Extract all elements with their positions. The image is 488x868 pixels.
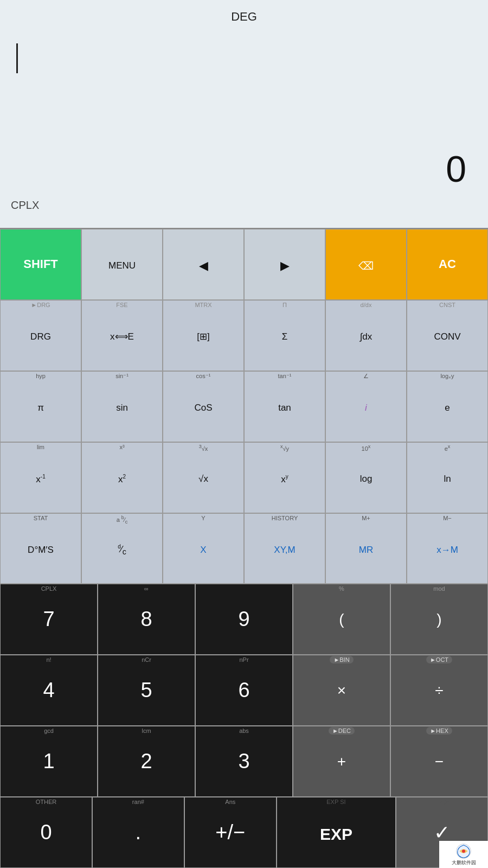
multiply-button[interactable]: ►BIN × bbox=[293, 655, 390, 726]
x-squared-button[interactable]: x³ x2 bbox=[81, 442, 163, 513]
minus-button[interactable]: ►HEX − bbox=[390, 726, 488, 797]
x-inverse-button[interactable]: lim x-1 bbox=[0, 442, 81, 513]
watermark-logo bbox=[455, 843, 472, 859]
watermark: 大鹏软件园 bbox=[439, 841, 488, 868]
keyboard-row-7: n! 4 nCr 5 nPr 6 ►BIN × ►OCT ÷ bbox=[0, 655, 488, 726]
key-5[interactable]: nCr 5 bbox=[98, 655, 195, 726]
xym-button[interactable]: HISTORY XY,M bbox=[244, 513, 325, 584]
backspace-button[interactable]: ⌫ bbox=[325, 229, 407, 300]
key-4[interactable]: n! 4 bbox=[0, 655, 98, 726]
shift-button[interactable]: SHIFT bbox=[0, 229, 81, 300]
dms-button[interactable]: STAT D°M′S bbox=[0, 513, 81, 584]
keyboard-row-8: gcd 1 lcm 2 abs 3 ►DEC + ►HEX − bbox=[0, 726, 488, 797]
drg-button[interactable]: ►DRG DRG bbox=[0, 300, 81, 371]
cursor bbox=[16, 43, 18, 73]
pi-button[interactable]: hyp π bbox=[0, 371, 81, 442]
ac-button[interactable]: AC bbox=[407, 229, 488, 300]
close-paren-button[interactable]: mod ) bbox=[390, 584, 488, 655]
conv-button[interactable]: CNST CONV bbox=[407, 300, 488, 371]
display-area: DEG 0 CPLX bbox=[0, 0, 488, 228]
keyboard-row-2: ►DRG DRG FSE x⟺E MTRX [⊞] Π Σ d/dx ∫dx C… bbox=[0, 300, 488, 371]
tan-button[interactable]: tan⁻¹ tan bbox=[244, 371, 325, 442]
log-button[interactable]: 10x log bbox=[325, 442, 407, 513]
plus-button[interactable]: ►DEC + bbox=[293, 726, 390, 797]
keyboard-row-6: CPLX 7 ∞ 8 9 % ( mod ) bbox=[0, 584, 488, 655]
key-3[interactable]: abs 3 bbox=[195, 726, 293, 797]
frac-button[interactable]: a b⁄c d⁄c bbox=[81, 513, 163, 584]
sin-button[interactable]: sin⁻¹ sin bbox=[81, 371, 163, 442]
keyboard: SHIFT MENU ◀ ▶ ⌫ AC ►DRG DRG FSE x⟺E MTR… bbox=[0, 228, 488, 868]
key-0[interactable]: OTHER 0 bbox=[0, 797, 92, 868]
cos-button[interactable]: cos⁻¹ CoS bbox=[163, 371, 244, 442]
x-to-m-button[interactable]: M− x→M bbox=[407, 513, 488, 584]
key-6[interactable]: nPr 6 bbox=[195, 655, 293, 726]
key-2[interactable]: lcm 2 bbox=[98, 726, 195, 797]
keyboard-row-5: STAT D°M′S a b⁄c d⁄c Y X HISTORY XY,M M+… bbox=[0, 513, 488, 584]
euler-button[interactable]: logₓy e bbox=[407, 371, 488, 442]
matrix-button[interactable]: MTRX [⊞] bbox=[163, 300, 244, 371]
key-1[interactable]: gcd 1 bbox=[0, 726, 98, 797]
mr-button[interactable]: M+ MR bbox=[325, 513, 407, 584]
watermark-text: 大鹏软件园 bbox=[452, 859, 476, 866]
open-paren-button[interactable]: % ( bbox=[293, 584, 390, 655]
key-9[interactable]: 9 bbox=[195, 584, 293, 655]
key-dot[interactable]: ran# . bbox=[92, 797, 184, 868]
plus-minus-button[interactable]: Ans +/− bbox=[184, 797, 277, 868]
keyboard-row-1: SHIFT MENU ◀ ▶ ⌫ AC bbox=[0, 229, 488, 300]
main-value: 0 bbox=[446, 148, 466, 190]
sigma-button[interactable]: Π Σ bbox=[244, 300, 325, 371]
integral-button[interactable]: d/dx ∫dx bbox=[325, 300, 407, 371]
key-8[interactable]: ∞ 8 bbox=[98, 584, 195, 655]
key-7[interactable]: CPLX 7 bbox=[0, 584, 98, 655]
deg-label: DEG bbox=[11, 5, 477, 24]
menu-button[interactable]: MENU bbox=[81, 229, 163, 300]
keyboard-row-4: lim x-1 x³ x2 3√x √x x√y xy 10x log ex l… bbox=[0, 442, 488, 513]
divide-button[interactable]: ►OCT ÷ bbox=[390, 655, 488, 726]
keyboard-row-3: hyp π sin⁻¹ sin cos⁻¹ CoS tan⁻¹ tan ∠ i … bbox=[0, 371, 488, 442]
x-e-button[interactable]: FSE x⟺E bbox=[81, 300, 163, 371]
keyboard-row-9: OTHER 0 ran# . Ans +/− EXP SI EXP =,<,> … bbox=[0, 797, 488, 868]
left-arrow-button[interactable]: ◀ bbox=[163, 229, 244, 300]
imaginary-button[interactable]: ∠ i bbox=[325, 371, 407, 442]
exp-button[interactable]: EXP SI EXP bbox=[277, 797, 396, 868]
ln-button[interactable]: ex ln bbox=[407, 442, 488, 513]
svg-point-1 bbox=[462, 850, 465, 853]
right-arrow-button[interactable]: ▶ bbox=[244, 229, 325, 300]
x-var-button[interactable]: Y X bbox=[163, 513, 244, 584]
cplx-label: CPLX bbox=[11, 199, 39, 212]
x-power-y-button[interactable]: x√y xy bbox=[244, 442, 325, 513]
sqrt-button[interactable]: 3√x √x bbox=[163, 442, 244, 513]
